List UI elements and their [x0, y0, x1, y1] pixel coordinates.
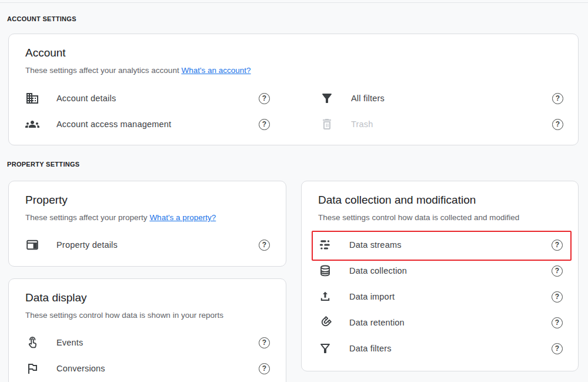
row-label: Conversions [56, 364, 259, 373]
property-settings-section-label: PROPERTY SETTINGS [7, 161, 79, 168]
row-data-filters[interactable]: Data filters ? [318, 336, 563, 361]
property-card-description-text: These settings affect your property [25, 213, 148, 222]
row-label: Trash [351, 119, 552, 129]
filter-icon [318, 341, 332, 356]
web-layout-icon [25, 238, 39, 252]
property-card: Property These settings affect your prop… [8, 181, 286, 267]
row-label: Data filters [349, 344, 552, 353]
row-property-details[interactable]: Property details ? [25, 232, 270, 258]
row-conversions[interactable]: Conversions ? [25, 356, 270, 381]
data-collection-card-description: These settings control how data is colle… [318, 213, 519, 222]
help-icon[interactable]: ? [552, 119, 563, 130]
row-account-details[interactable]: Account details ? [25, 85, 270, 111]
top-divider [0, 2, 588, 3]
row-label: Data import [349, 292, 552, 301]
property-card-title: Property [25, 194, 68, 207]
row-trash: Trash ? [320, 111, 563, 137]
help-icon[interactable]: ? [259, 240, 270, 251]
trash-icon [320, 117, 334, 131]
whats-an-account-link[interactable]: What's an account? [181, 66, 250, 75]
account-card-description-text: These settings affect your analytics acc… [25, 66, 179, 75]
row-data-streams[interactable]: Data streams ? [318, 232, 563, 258]
row-data-retention[interactable]: Data retention ? [318, 310, 563, 336]
data-display-card-title: Data display [25, 291, 87, 304]
data-collection-card: Data collection and modification These s… [301, 181, 579, 371]
row-label: Data collection [349, 266, 552, 275]
account-card: Account These settings affect your analy… [8, 34, 579, 145]
help-icon[interactable]: ? [552, 317, 563, 328]
row-events[interactable]: Events ? [25, 330, 270, 356]
data-streams-icon [318, 238, 332, 252]
whats-a-property-link[interactable]: What's a property? [149, 213, 216, 222]
magnet-icon [318, 315, 332, 330]
data-collection-card-title: Data collection and modification [318, 194, 476, 207]
help-icon[interactable]: ? [259, 119, 270, 130]
help-icon[interactable]: ? [552, 291, 563, 303]
help-icon[interactable]: ? [552, 343, 563, 354]
row-label: Account details [56, 94, 259, 103]
flag-icon [25, 361, 39, 376]
row-label: Data retention [349, 318, 552, 327]
account-settings-section-label: ACCOUNT SETTINGS [7, 15, 76, 22]
building-icon [25, 91, 39, 105]
data-display-card: Data display These settings control how … [8, 278, 286, 382]
help-icon[interactable]: ? [259, 337, 270, 348]
row-label: Account access management [56, 119, 259, 129]
account-card-description: These settings affect your analytics acc… [25, 66, 251, 75]
row-label: Property details [56, 240, 259, 250]
help-icon[interactable]: ? [259, 363, 270, 374]
row-data-collection[interactable]: Data collection ? [318, 258, 563, 284]
database-icon [318, 264, 332, 278]
row-data-import[interactable]: Data import ? [318, 284, 563, 310]
help-icon[interactable]: ? [259, 93, 270, 104]
row-label: Events [56, 338, 259, 347]
help-icon[interactable]: ? [552, 93, 563, 104]
touch-icon [25, 336, 39, 350]
filter-icon [320, 91, 334, 105]
data-display-card-description: These settings control how data is shown… [25, 311, 223, 320]
property-card-description: These settings affect your property What… [25, 213, 216, 222]
row-label: All filters [351, 94, 552, 103]
people-group-icon [25, 117, 39, 131]
help-icon[interactable]: ? [552, 265, 563, 277]
help-icon[interactable]: ? [552, 240, 563, 251]
row-account-access-management[interactable]: Account access management ? [25, 111, 270, 137]
account-card-title: Account [25, 46, 66, 59]
upload-icon [318, 290, 332, 304]
row-all-filters[interactable]: All filters ? [320, 85, 563, 111]
row-label: Data streams [349, 240, 552, 250]
